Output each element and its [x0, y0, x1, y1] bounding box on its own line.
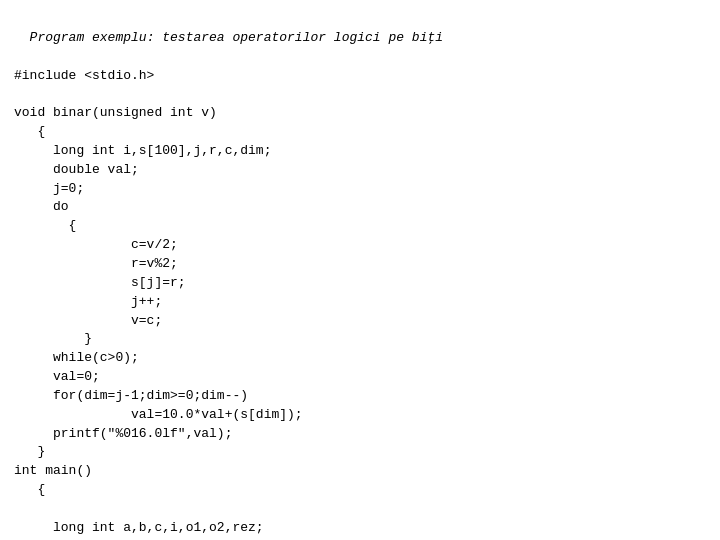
code-line: { — [14, 123, 706, 142]
code-line: long int i,s[100],j,r,c,dim; — [14, 142, 706, 161]
code-line: { — [14, 481, 706, 500]
code-line: j++; — [14, 293, 706, 312]
code-line: double val; — [14, 161, 706, 180]
code-line: r=v%2; — [14, 255, 706, 274]
code-line: void binar(unsigned int v) — [14, 104, 706, 123]
code-line: c=v/2; — [14, 236, 706, 255]
code-line: while(c>0); — [14, 349, 706, 368]
comment-line: Program exemplu: testarea operatorilor l… — [30, 30, 443, 45]
code-line: #include <stdio.h> — [14, 67, 706, 86]
code-line: int main() — [14, 462, 706, 481]
code-body: #include <stdio.h> void binar(unsigned i… — [14, 48, 706, 540]
code-line: printf("%016.0lf",val); — [14, 425, 706, 444]
code-line — [14, 85, 706, 104]
code-line: val=10.0*val+(s[dim]); — [14, 406, 706, 425]
code-line — [14, 500, 706, 519]
code-line: j=0; — [14, 180, 706, 199]
code-line: val=0; — [14, 368, 706, 387]
code-line: } — [14, 443, 706, 462]
code-line — [14, 48, 706, 67]
code-line: do — [14, 198, 706, 217]
code-line: { — [14, 217, 706, 236]
code-line: long int a,b,c,i,o1,o2,rez; — [14, 519, 706, 538]
code-line: s[j]=r; — [14, 274, 706, 293]
code-line: v=c; — [14, 312, 706, 331]
code-container: Program exemplu: testarea operatorilor l… — [14, 10, 706, 48]
code-line: } — [14, 330, 706, 349]
code-line: for(dim=j-1;dim>=0;dim--) — [14, 387, 706, 406]
